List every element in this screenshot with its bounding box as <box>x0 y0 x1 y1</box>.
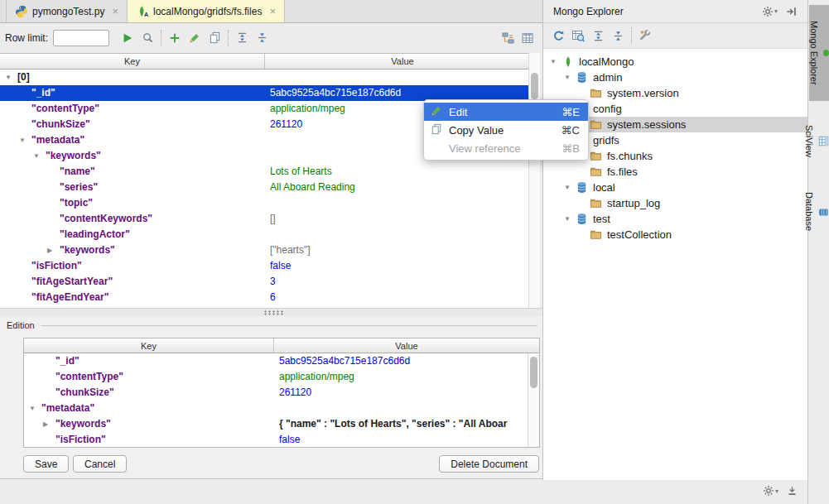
delete-document-button[interactable]: Delete Document <box>439 455 539 473</box>
document-row[interactable]: ▶"keywords"{ "name" : "Lots of Hearts", … <box>24 416 539 432</box>
document-row[interactable]: "topic" <box>0 195 540 211</box>
edition-scrollbar[interactable] <box>528 353 539 447</box>
key-label: "topic" <box>60 195 93 211</box>
document-row[interactable]: "_id"5abc9525a4bc715e187c6d6d <box>24 353 539 369</box>
value-label: Lots of Hearts <box>265 164 540 180</box>
tree-item-label: system.sessions <box>607 118 686 131</box>
tree-item-label: gridfs <box>593 134 619 146</box>
menu-item-view-reference[interactable]: View reference ⌘B <box>424 139 588 157</box>
document-row[interactable]: "contentKeywords"[] <box>0 211 540 227</box>
key-label: "series" <box>60 180 98 195</box>
cancel-button[interactable]: Cancel <box>73 455 127 473</box>
value-label: false <box>274 432 539 447</box>
folder-icon <box>590 150 603 163</box>
edit-document-icon[interactable] <box>185 28 205 48</box>
tab-fs-files[interactable]: A localMongo/gridfs/fs.files × <box>127 0 285 22</box>
add-document-icon[interactable] <box>165 28 185 48</box>
edit-pencil-icon <box>431 105 444 118</box>
tab-pymongotest[interactable]: pymongoTest.py × <box>6 0 128 22</box>
collapse-all-icon[interactable] <box>252 28 272 48</box>
key-label: "contentType" <box>55 369 123 385</box>
value-label: 5abc9525a4bc715e187c6d6d <box>274 353 539 369</box>
horizontal-splitter[interactable] <box>0 308 542 316</box>
grid-scrollbar-thumb[interactable] <box>531 73 538 99</box>
tree-item-local[interactable]: ▼local <box>543 180 807 195</box>
dock-pin-icon[interactable] <box>787 486 798 497</box>
database-icon <box>576 71 589 84</box>
key-cell: "_id" <box>24 353 274 369</box>
close-icon[interactable]: × <box>269 5 276 17</box>
document-row[interactable]: "isFiction"false <box>24 432 539 447</box>
key-cell: ▼"metadata" <box>0 132 265 148</box>
collapse-arrow-icon[interactable]: ▼ <box>564 74 576 81</box>
tree-item-test[interactable]: ▼test <box>543 211 807 227</box>
stripe-tab-mongo-explorer[interactable]: Mongo Explorer <box>809 5 829 101</box>
stripe-tab-sciview[interactable]: SciView <box>809 108 829 174</box>
close-icon[interactable]: × <box>112 5 118 17</box>
tree-item-testcollection[interactable]: testCollection <box>543 227 807 242</box>
save-button[interactable]: Save <box>23 455 69 473</box>
key-label: "metadata" <box>41 401 94 416</box>
tree-item-fs-files[interactable]: fs.files <box>543 164 807 180</box>
tree-item-label: testCollection <box>607 228 672 241</box>
document-row[interactable]: ▼[0] <box>0 70 540 85</box>
grid-scrollbar[interactable] <box>528 53 540 308</box>
collapse-arrow-icon[interactable]: ▼ <box>19 132 31 148</box>
panel-gear-icon[interactable]: ▾ <box>762 6 778 17</box>
document-row[interactable]: ▼"metadata" <box>24 401 539 416</box>
stripe-tab-database[interactable]: Database <box>809 177 829 247</box>
splitter-grip-icon[interactable] <box>263 310 285 315</box>
context-menu: Edit ⌘E Copy Value ⌘C View reference ⌘B <box>423 99 589 161</box>
key-cell: "isFiction" <box>0 258 265 274</box>
find-icon[interactable] <box>137 28 157 48</box>
collapse-arrow-icon[interactable]: ▼ <box>5 70 17 85</box>
copy-document-icon[interactable] <box>205 28 224 48</box>
edition-scrollbar-thumb[interactable] <box>530 357 537 388</box>
collapse-arrow-icon[interactable]: ▼ <box>564 215 576 223</box>
expand-all-icon[interactable] <box>588 26 608 46</box>
value-label: application/mpeg <box>274 369 539 385</box>
hide-panel-icon[interactable] <box>786 6 798 17</box>
view-table-icon[interactable] <box>518 28 537 48</box>
key-cell: ▶"keywords" <box>0 242 265 258</box>
collapse-arrow-icon[interactable]: ▼ <box>29 401 41 416</box>
tree-item-label: config <box>593 103 622 115</box>
tree-item-localmongo[interactable]: ▼localMongo <box>543 54 807 70</box>
collapse-all-icon[interactable] <box>608 26 628 46</box>
document-row[interactable]: "fitAgeStartYear"3 <box>0 274 540 290</box>
document-row[interactable]: "chunkSize"261120 <box>24 385 539 401</box>
collapse-arrow-icon[interactable]: ▼ <box>550 58 562 65</box>
menu-item-edit[interactable]: Edit ⌘E <box>424 103 588 121</box>
document-row[interactable]: "series"All Aboard Reading <box>0 180 540 195</box>
menu-item-copy-value[interactable]: Copy Value ⌘C <box>424 121 588 139</box>
key-cell: "isFiction" <box>24 432 274 447</box>
expand-arrow-icon[interactable]: ▶ <box>43 416 55 432</box>
row-limit-input[interactable] <box>53 30 109 46</box>
menu-item-label: View reference <box>449 142 562 155</box>
view-hierarchy-icon[interactable] <box>498 28 518 48</box>
document-row[interactable]: ▶"keywords"["hearts"] <box>0 242 540 258</box>
ide-window: pymongoTest.py × A localMongo/gridfs/fs.… <box>0 0 829 504</box>
settings-gear-icon[interactable]: ▾ <box>763 485 778 497</box>
document-row[interactable]: "leadingActor" <box>0 227 540 242</box>
run-query-icon[interactable] <box>118 28 137 48</box>
mongo-explorer-header: Mongo Explorer ▾ <box>543 0 807 23</box>
find-collection-icon[interactable] <box>568 26 588 46</box>
document-row[interactable]: "contentType"application/mpeg <box>24 369 539 385</box>
collapse-arrow-icon[interactable]: ▼ <box>33 148 46 164</box>
key-label: "_id" <box>55 353 80 369</box>
document-row[interactable]: "fitAgeEndYear"6 <box>0 290 540 305</box>
document-row[interactable]: "isFiction"false <box>0 258 540 274</box>
key-label: "keywords" <box>55 416 111 432</box>
menu-item-label: Copy Value <box>449 124 562 137</box>
expand-all-icon[interactable] <box>232 28 252 48</box>
edition-grid-header: Key Value <box>24 338 539 353</box>
collapse-arrow-icon[interactable]: ▼ <box>564 184 576 191</box>
expand-arrow-icon[interactable]: ▶ <box>47 242 60 258</box>
edition-panel: Edition Key Value "_id"5abc9525a4bc715e1… <box>0 316 542 478</box>
tree-item-admin[interactable]: ▼admin <box>543 70 807 85</box>
refresh-icon[interactable] <box>548 26 568 46</box>
document-row[interactable]: "name"Lots of Hearts <box>0 164 540 180</box>
settings-wrench-icon[interactable] <box>635 26 655 46</box>
tree-item-startup-log[interactable]: startup_log <box>543 195 807 211</box>
